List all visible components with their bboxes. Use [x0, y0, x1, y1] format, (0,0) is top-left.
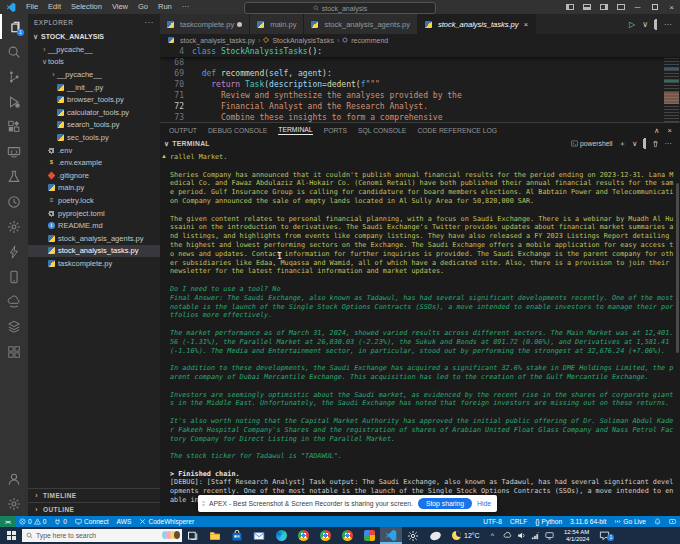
shell-selector[interactable]: powershell — [571, 140, 613, 147]
status-encoding[interactable]: UTF-8 — [479, 516, 506, 527]
taskbar-settings[interactable] — [402, 527, 424, 544]
sticky-scroll-line[interactable]: 4class StockAnalysisTasks(): — [160, 46, 680, 57]
close-tab-icon[interactable]: × — [523, 20, 528, 29]
taskbar-chrome-3[interactable] — [336, 527, 358, 544]
taskbar-mail[interactable] — [248, 527, 270, 544]
taskbar-chrome-2[interactable] — [314, 527, 336, 544]
terminal-section-title[interactable]: ∨ TERMINAL — [164, 140, 210, 148]
tree-item--env-example[interactable]: $.env.example — [28, 156, 160, 169]
tab-stock_analysis_tasks-py[interactable]: stock_analysis_tasks.py× — [418, 14, 536, 34]
activitybar-aws-toolkit[interactable] — [0, 289, 28, 314]
status-eol[interactable]: CRLF — [506, 516, 531, 527]
status-aws[interactable]: AWS — [113, 516, 136, 527]
cloud-icon[interactable] — [503, 531, 512, 540]
section-timeline[interactable]: ›TIMELINE — [28, 488, 160, 502]
weather-widget[interactable]: 12°C — [446, 531, 486, 540]
code-line-73[interactable]: 73 Combine these insights to form a comp… — [160, 112, 680, 122]
split-editor-icon[interactable] — [655, 20, 657, 29]
breadcrumb[interactable]: stock_analysis_tasks.py›StockAnalysisTas… — [160, 34, 680, 46]
code-line-68[interactable]: 68 — [160, 57, 680, 68]
split-terminal-icon[interactable] — [644, 139, 646, 148]
activitybar-testing[interactable] — [0, 164, 28, 189]
restore-button[interactable] — [646, 0, 663, 14]
code-line-71[interactable]: 71 Review and synthesize the analyses pr… — [160, 90, 680, 101]
menu-go[interactable]: Go — [133, 0, 153, 14]
drag-handle[interactable]: ⁞⁞ — [202, 500, 204, 507]
tree-item-browser-tools-py[interactable]: browser_tools.py — [28, 93, 160, 106]
kill-terminal-icon[interactable] — [652, 140, 659, 148]
tree-item---pycache--[interactable]: ›__pycache__ — [28, 43, 160, 56]
status-remote-indicator[interactable]: >< — [0, 516, 15, 527]
tree-item-README-md[interactable]: iREADME.md — [28, 219, 160, 232]
status-notifications-bell[interactable] — [650, 516, 665, 527]
code-line-69[interactable]: 69 def recommend(self, agent): — [160, 68, 680, 79]
activitybar-accounts[interactable] — [0, 466, 28, 491]
tree-item---pycache--[interactable]: ›__pycache__ — [28, 68, 160, 81]
activitybar-extensions[interactable] — [0, 114, 28, 139]
status-language-mode[interactable]: {}Python — [531, 516, 566, 527]
minimize-button[interactable]: ─ — [629, 0, 646, 14]
editor-more-icon[interactable]: ··· — [664, 20, 672, 29]
action-center-button[interactable]: 1 — [595, 530, 618, 541]
terminal-scrollbar[interactable] — [676, 183, 679, 353]
panel-tab-ports[interactable]: PORTS — [324, 127, 347, 134]
tree-item-pyproject-toml[interactable]: pyproject.toml — [28, 207, 160, 220]
menu-view[interactable]: View — [107, 0, 133, 14]
section-outline[interactable]: ›OUTLINE — [28, 502, 160, 516]
display-icon[interactable] — [545, 531, 554, 540]
taskbar-chrome-1[interactable] — [292, 527, 314, 544]
network-icon[interactable] — [531, 531, 540, 540]
tree-item-tools[interactable]: ∨tools — [28, 56, 160, 69]
volume-icon[interactable] — [517, 531, 526, 540]
tree-item-stock-analysis-tasks-py[interactable]: stock_analysis_tasks.py — [28, 245, 160, 258]
toggle-sidebar-icon[interactable] — [561, 0, 578, 14]
toggle-secondary-sidebar-icon[interactable] — [595, 0, 612, 14]
tab-taskcomplete-py[interactable]: taskcomplete.py — [160, 14, 250, 34]
menu-edit[interactable]: Edit — [43, 0, 66, 14]
activitybar-timeline[interactable] — [0, 189, 28, 214]
tree-item-sec-tools-py[interactable]: sec_tools.py — [28, 131, 160, 144]
panel-tab-output[interactable]: OUTPUT — [169, 127, 197, 134]
status-connect[interactable]: Connect — [71, 516, 113, 527]
activitybar-source-control[interactable] — [0, 64, 28, 89]
command-center-search[interactable]: stock_analysis — [244, 2, 436, 14]
close-panel-icon[interactable]: × — [668, 126, 672, 135]
taskbar-search-input[interactable]: Type here to search — [22, 529, 182, 542]
status-go-live[interactable]: Go Live — [610, 516, 650, 527]
taskbar-store[interactable] — [226, 527, 248, 544]
taskbar-task-view[interactable] — [182, 527, 204, 544]
toggle-panel-icon[interactable] — [578, 0, 595, 14]
activitybar-mobile-view[interactable] — [0, 264, 28, 289]
new-terminal-icon[interactable]: ＋ — [619, 139, 627, 149]
terminal-more-icon[interactable]: ··· — [665, 139, 673, 148]
status-screencast[interactable] — [665, 516, 680, 527]
breadcrumb-item[interactable]: StockAnalysisTasks — [272, 37, 333, 44]
taskbar-pill-app[interactable] — [424, 527, 446, 544]
menu-selection[interactable]: Selection — [66, 0, 107, 14]
activitybar-explorer[interactable]: 1 — [0, 14, 28, 39]
tree-item-main-py[interactable]: main.py — [28, 182, 160, 195]
customize-layout-icon[interactable] — [612, 0, 629, 14]
tree-item-taskcomplete-py[interactable]: taskcomplete.py — [28, 257, 160, 270]
panel-tab-debug-console[interactable]: DEBUG CONSOLE — [208, 127, 267, 134]
code-line-70[interactable]: 70 return Task(description=dedent(f""" — [160, 79, 680, 90]
taskbar-edge[interactable] — [270, 527, 292, 544]
taskbar-vscode[interactable] — [380, 527, 402, 544]
menu-file[interactable]: File — [21, 0, 43, 14]
panel-tab-code-reference-log[interactable]: CODE REFERENCE LOG — [417, 127, 497, 134]
status-problems[interactable]: 00 — [15, 516, 50, 527]
activitybar-manage[interactable] — [0, 491, 28, 516]
panel-tab-sql-console[interactable]: SQL CONSOLE — [358, 127, 406, 134]
tab-stock_analysis_agents-py[interactable]: stock_analysis_agents.py — [304, 14, 417, 34]
status-codewhisperer[interactable]: CodeWhisperer — [135, 516, 198, 527]
tree-item-stock-analysis-agents-py[interactable]: stock_analysis_agents.py — [28, 232, 160, 245]
activitybar-data-grid[interactable] — [0, 339, 28, 364]
stop-sharing-button[interactable]: Stop sharing — [418, 498, 472, 509]
activitybar-remote-explorer[interactable] — [0, 139, 28, 164]
tree-item-calculator-tools-py[interactable]: calculator_tools.py — [28, 106, 160, 119]
close-button[interactable]: × — [663, 0, 680, 14]
run-dropdown-icon[interactable]: ∨ — [642, 20, 648, 29]
terminal-dropdown-icon[interactable]: ∨ — [632, 139, 638, 148]
menu-moremoremore[interactable]: ··· — [177, 0, 195, 14]
activitybar-tools[interactable] — [0, 214, 28, 239]
